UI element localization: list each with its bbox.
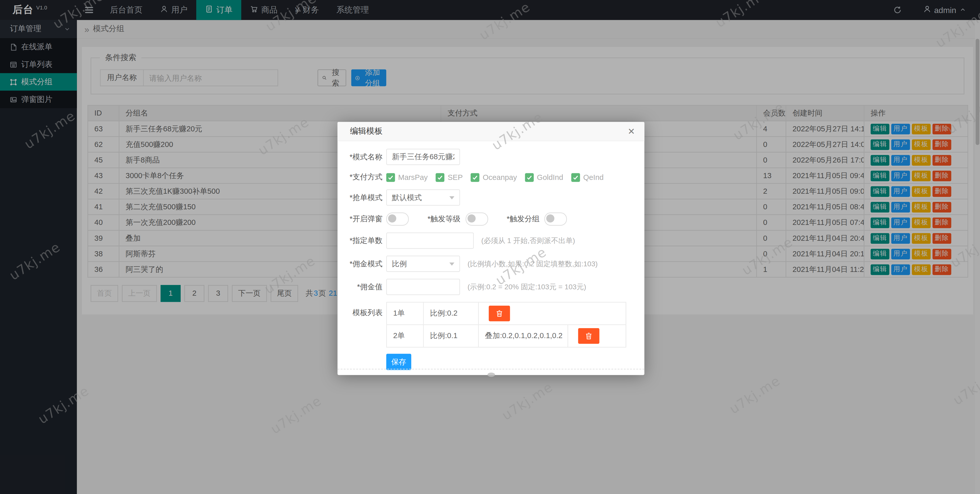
checked-checkbox-icon bbox=[525, 173, 534, 182]
delete-template-button[interactable] bbox=[578, 328, 599, 344]
commission-value-label: *佣金值 bbox=[337, 282, 383, 292]
checkbox-qeind[interactable]: QeInd bbox=[571, 173, 604, 182]
group-toggle[interactable] bbox=[544, 213, 567, 226]
pay-methods-row: *支付方式 MarsPay SEP Oceanpay GoldInd QeInd bbox=[337, 172, 644, 183]
order-count-row: *指定单数 (必须从 1 开始,否则派不出单) bbox=[337, 233, 644, 249]
modal-header: 编辑模板 ✕ bbox=[337, 122, 644, 141]
close-icon[interactable]: ✕ bbox=[628, 127, 635, 135]
mode-name-label: *模式名称 bbox=[337, 151, 383, 162]
template-list-row: 模板列表 1单 比例:0.2 2单 比例:0.1 叠加:0.2,0.1,0.2,… bbox=[337, 302, 644, 347]
template-row: 1单 比例:0.2 bbox=[387, 302, 626, 325]
checkbox-marspay[interactable]: MarsPay bbox=[387, 173, 428, 182]
mode-name-row: *模式名称 bbox=[337, 149, 644, 165]
pay-method-checkboxes: MarsPay SEP Oceanpay GoldInd QeInd bbox=[387, 173, 604, 182]
trash-icon bbox=[585, 332, 592, 340]
popup-toggle-label: *开启弹窗 bbox=[337, 214, 383, 225]
commission-mode-label: *佣金模式 bbox=[337, 258, 383, 269]
pay-methods-label: *支付方式 bbox=[337, 172, 383, 183]
template-list-table: 1单 比例:0.2 2单 比例:0.1 叠加:0.2,0.1,0.2,0.1,0… bbox=[387, 302, 626, 347]
save-button[interactable]: 保存 bbox=[387, 354, 411, 370]
caret-down-icon bbox=[450, 196, 455, 199]
commission-mode-row: *佣金模式 比例 (比例填小数,如果:0.2 固定填整数,如:103) bbox=[337, 255, 644, 272]
grab-mode-label: *抢单模式 bbox=[337, 192, 383, 203]
group-toggle-label: *触发分组 bbox=[507, 214, 540, 225]
mode-name-input[interactable] bbox=[387, 149, 460, 165]
grab-mode-row: *抢单模式 默认模式 bbox=[337, 190, 644, 206]
delete-template-button[interactable] bbox=[489, 306, 510, 321]
caret-down-icon bbox=[450, 263, 455, 266]
checkbox-goldind[interactable]: GoldInd bbox=[525, 173, 563, 182]
grab-mode-select[interactable]: 默认模式 bbox=[387, 190, 460, 206]
order-count-hint: (必须从 1 开始,否则派不出单) bbox=[481, 236, 575, 245]
commission-value-hint: (示例:0.2 = 20% 固定:103元 = 103元) bbox=[468, 282, 586, 292]
commission-mode-hint: (比例填小数,如果:0.2 固定填整数,如:103) bbox=[468, 259, 597, 269]
modal-title: 编辑模板 bbox=[350, 126, 383, 137]
modal-resize-handle[interactable] bbox=[487, 373, 495, 377]
order-count-input[interactable] bbox=[387, 233, 474, 249]
modal-footer-divider bbox=[337, 369, 644, 369]
checked-checkbox-icon bbox=[571, 173, 580, 182]
checked-checkbox-icon bbox=[436, 173, 445, 182]
commission-value-row: *佣金值 (示例:0.2 = 20% 固定:103元 = 103元) bbox=[337, 279, 644, 295]
popup-toggle[interactable] bbox=[387, 213, 409, 226]
order-count-label: *指定单数 bbox=[337, 235, 383, 246]
level-toggle-label: *触发等级 bbox=[428, 214, 460, 225]
modal-body: *模式名称 *支付方式 MarsPay SEP Oceanpay GoldInd… bbox=[337, 141, 644, 370]
commission-value-input[interactable] bbox=[387, 279, 460, 295]
level-toggle[interactable] bbox=[465, 213, 488, 226]
checked-checkbox-icon bbox=[387, 173, 395, 182]
checked-checkbox-icon bbox=[471, 173, 480, 182]
screen: 后台 V1.0 后台首页 用户 订单 商品 ¥ 财务 bbox=[0, 0, 980, 494]
commission-mode-select[interactable]: 比例 bbox=[387, 255, 460, 272]
edit-template-modal: 编辑模板 ✕ *模式名称 *支付方式 MarsPay SEP Oceanpay … bbox=[337, 122, 644, 375]
checkbox-oceanpay[interactable]: Oceanpay bbox=[471, 173, 517, 182]
trash-icon bbox=[496, 309, 503, 318]
toggles-row: *开启弹窗 *触发等级 *触发分组 bbox=[337, 213, 644, 226]
template-list-label: 模板列表 bbox=[337, 302, 383, 324]
checkbox-sep[interactable]: SEP bbox=[436, 173, 463, 182]
template-row: 2单 比例:0.1 叠加:0.2,0.1,0.2,0.1,0.2 bbox=[387, 324, 626, 347]
